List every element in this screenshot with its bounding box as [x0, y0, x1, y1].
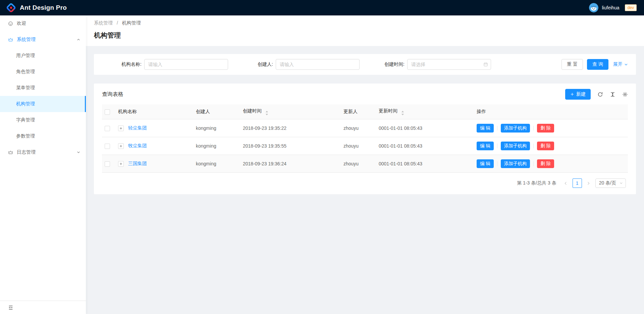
- action-divider: [497, 161, 497, 166]
- updated-time-cell: 0001-01-01 08:05:43: [379, 155, 477, 173]
- org-name-link[interactable]: 牧尘集团: [128, 143, 147, 148]
- chevron-left-icon: [564, 181, 568, 185]
- row-checkbox[interactable]: [105, 126, 110, 131]
- row-checkbox[interactable]: [105, 144, 110, 149]
- page-title: 机构管理: [94, 31, 636, 40]
- created-time-cell: 2018-09-23 19:36:24: [243, 155, 343, 173]
- new-button[interactable]: 新建: [565, 89, 591, 100]
- org-name-link[interactable]: 轻尘集团: [128, 125, 147, 130]
- main-content: 系统管理 / 机构管理 机构管理 机构名称: 创建人:: [86, 15, 644, 314]
- expand-row-button[interactable]: [118, 125, 124, 131]
- org-name-link[interactable]: 三国集团: [128, 161, 147, 166]
- pagination-total: 第 1-3 条/总共 3 条: [517, 180, 556, 186]
- org-name-field: 机构名称:: [102, 59, 233, 70]
- expand-row-button[interactable]: [118, 143, 124, 149]
- prev-page-button[interactable]: [562, 179, 570, 187]
- edit-button[interactable]: 编 辑: [477, 124, 494, 133]
- app-logo[interactable]: Ant Design Pro: [6, 3, 67, 13]
- row-actions: 编 辑 添加子机构 删 除: [477, 159, 623, 168]
- sidebar-item-org-mgmt[interactable]: 机构管理: [0, 96, 86, 112]
- sidebar-item-user-mgmt[interactable]: 用户管理: [0, 48, 86, 64]
- sidebar: 欢迎 系统管理 用户管理 角色管理 菜单管理 机构管理: [0, 15, 86, 314]
- column-header-created-time[interactable]: 创建时间: [243, 104, 343, 119]
- reload-icon[interactable]: [597, 92, 603, 97]
- plus-icon: [119, 162, 122, 165]
- env-tag: dev: [625, 4, 637, 11]
- sidebar-item-system-mgmt[interactable]: 系统管理: [0, 32, 86, 48]
- delete-button[interactable]: 删 除: [537, 142, 554, 150]
- add-child-org-button[interactable]: 添加子机构: [501, 124, 530, 133]
- pagination: 第 1-3 条/总共 3 条 1 20 条/页: [94, 173, 636, 194]
- org-name-label: 机构名称:: [121, 61, 142, 67]
- sidebar-item-menu-mgmt[interactable]: 菜单管理: [0, 80, 86, 96]
- density-icon[interactable]: [610, 92, 615, 97]
- add-child-org-button[interactable]: 添加子机构: [501, 159, 530, 168]
- sidebar-item-log-mgmt[interactable]: 日志管理: [0, 144, 86, 160]
- next-page-button[interactable]: [585, 179, 593, 187]
- column-header-label: 更新时间: [379, 108, 397, 113]
- creator-field: 创建人:: [233, 59, 365, 70]
- filter-actions: 重 置 查 询 展开: [561, 59, 628, 70]
- sorter-icon: [265, 111, 268, 115]
- sidebar-item-label: 欢迎: [17, 20, 26, 27]
- add-child-org-button[interactable]: 添加子机构: [501, 142, 530, 150]
- table-header-row: 机构名称 创建人 创建时间 更新人: [102, 104, 628, 119]
- org-name-input[interactable]: [144, 59, 228, 70]
- delete-button[interactable]: 删 除: [537, 159, 554, 168]
- edit-button[interactable]: 编 辑: [477, 159, 494, 168]
- chevron-down-icon: [76, 150, 80, 154]
- expand-row-button[interactable]: [118, 161, 124, 167]
- reset-button[interactable]: 重 置: [561, 59, 583, 70]
- sidebar-menu: 欢迎 系统管理 用户管理 角色管理 菜单管理 机构管理: [0, 15, 86, 160]
- page-number-1[interactable]: 1: [573, 178, 582, 188]
- table-card-title: 查询表格: [102, 91, 123, 98]
- action-divider: [533, 161, 534, 166]
- sidebar-item-welcome[interactable]: 欢迎: [0, 15, 86, 32]
- action-divider: [533, 126, 534, 130]
- search-button[interactable]: 查 询: [587, 59, 608, 70]
- page-size-select[interactable]: 20 条/页: [595, 178, 626, 188]
- edit-button[interactable]: 编 辑: [477, 142, 494, 150]
- breadcrumb-item-system[interactable]: 系统管理: [94, 20, 113, 25]
- sidebar-collapse-trigger[interactable]: [0, 301, 86, 314]
- org-table: 机构名称 创建人 创建时间 更新人: [102, 104, 628, 173]
- sidebar-item-role-mgmt[interactable]: 角色管理: [0, 64, 86, 80]
- updated-time-cell: 0001-01-01 08:05:43: [379, 119, 477, 137]
- plus-icon: [119, 127, 122, 130]
- sidebar-item-label: 角色管理: [16, 69, 35, 75]
- created-time-datepicker[interactable]: [407, 59, 491, 70]
- column-header-updated-time[interactable]: 更新时间: [379, 104, 477, 119]
- content-area: 机构名称: 创建人: 创建时间:: [86, 46, 644, 194]
- action-divider: [497, 144, 497, 148]
- app-title: Ant Design Pro: [20, 4, 67, 11]
- expand-filters-link[interactable]: 展开: [613, 61, 628, 67]
- sidebar-item-label: 机构管理: [16, 101, 35, 107]
- page-header: 系统管理 / 机构管理 机构管理: [86, 15, 644, 46]
- chevron-down-icon: [620, 181, 623, 185]
- table-wrapper: 机构名称 创建人 创建时间 更新人: [94, 104, 636, 173]
- sidebar-item-dict-mgmt[interactable]: 字典管理: [0, 112, 86, 128]
- search-filter-card: 机构名称: 创建人: 创建时间:: [94, 54, 636, 75]
- table-card-header: 查询表格 新建: [94, 84, 636, 104]
- row-actions: 编 辑 添加子机构 删 除: [477, 142, 623, 150]
- select-all-checkbox[interactable]: [105, 109, 110, 115]
- username[interactable]: liufeihua: [602, 5, 619, 10]
- plus-icon: [570, 92, 574, 96]
- chevron-down-icon: [624, 63, 628, 66]
- action-divider: [497, 126, 497, 130]
- updater-cell: zhouyu: [343, 137, 379, 155]
- updated-time-cell: 0001-01-01 08:05:43: [379, 137, 477, 155]
- creator-cell: kongming: [196, 137, 243, 155]
- menu-fold-icon: [8, 305, 13, 310]
- delete-button[interactable]: 删 除: [537, 124, 554, 133]
- sidebar-item-label: 日志管理: [17, 149, 36, 155]
- creator-label: 创建人:: [258, 61, 273, 67]
- creator-input[interactable]: [276, 59, 360, 70]
- breadcrumb: 系统管理 / 机构管理: [94, 20, 636, 26]
- app-header: Ant Design Pro liufeihua dev: [0, 0, 644, 15]
- row-checkbox[interactable]: [105, 161, 110, 167]
- avatar[interactable]: [589, 3, 598, 12]
- column-header-label: 创建时间: [243, 108, 262, 113]
- settings-gear-icon[interactable]: [622, 92, 628, 97]
- sidebar-item-param-mgmt[interactable]: 参数管理: [0, 128, 86, 144]
